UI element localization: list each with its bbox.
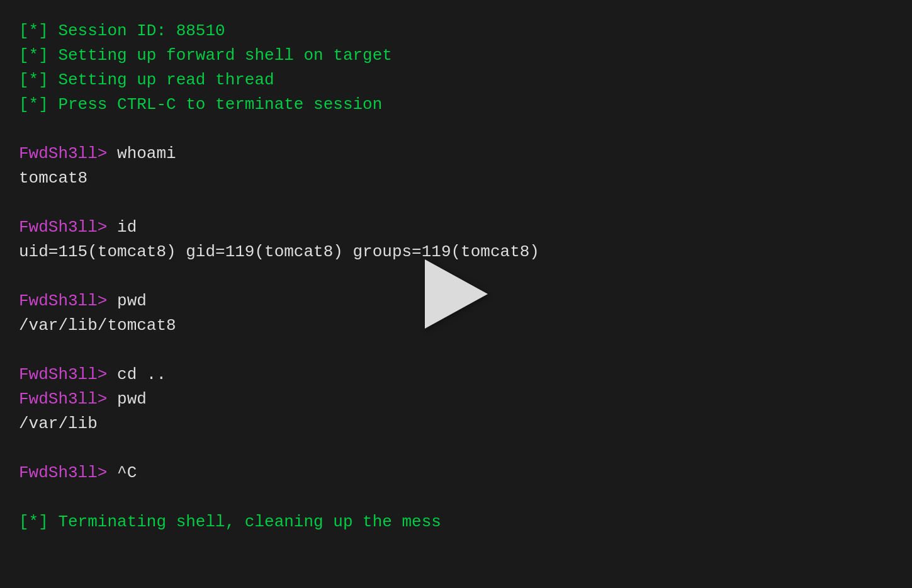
- cmd-2: id: [107, 218, 137, 237]
- prompt-4: FwdSh3ll>: [19, 365, 107, 384]
- command-line-6: FwdSh3ll> ^C: [19, 461, 893, 485]
- cmd-3: pwd: [107, 291, 146, 310]
- command-line-5: FwdSh3ll> pwd: [19, 387, 893, 412]
- cmd-6: ^C: [107, 463, 137, 482]
- command-block-5: FwdSh3ll> ^C: [19, 461, 893, 485]
- output-4-0: /var/lib: [19, 412, 893, 436]
- info-line-2: [*] Setting up forward shell on target: [19, 43, 893, 68]
- play-icon: [425, 259, 488, 329]
- output-1-0: tomcat8: [19, 166, 893, 191]
- info-line-1: [*] Session ID: 88510: [19, 19, 893, 43]
- command-block-1: FwdSh3ll> whoami tomcat8: [19, 142, 893, 191]
- command-block-4: FwdSh3ll> cd .. FwdSh3ll> pwd /var/lib: [19, 363, 893, 436]
- info-line-3: [*] Setting up read thread: [19, 68, 893, 93]
- terminal-window: [*] Session ID: 88510 [*] Setting up for…: [0, 0, 912, 588]
- prompt-3: FwdSh3ll>: [19, 291, 107, 310]
- command-line-1: FwdSh3ll> whoami: [19, 142, 893, 166]
- prompt-1: FwdSh3ll>: [19, 144, 107, 163]
- play-button[interactable]: [419, 256, 494, 332]
- prompt-5: FwdSh3ll>: [19, 390, 107, 409]
- info-line-4: [*] Press CTRL-C to terminate session: [19, 93, 893, 117]
- command-line-2: FwdSh3ll> id: [19, 215, 893, 240]
- command-line-4: FwdSh3ll> cd ..: [19, 363, 893, 387]
- prompt-2: FwdSh3ll>: [19, 218, 107, 237]
- cmd-1: whoami: [107, 144, 176, 163]
- termination-line: [*] Terminating shell, cleaning up the m…: [19, 510, 893, 534]
- prompt-6: FwdSh3ll>: [19, 463, 107, 482]
- cmd-4: cd ..: [107, 365, 166, 384]
- cmd-5: pwd: [107, 390, 146, 409]
